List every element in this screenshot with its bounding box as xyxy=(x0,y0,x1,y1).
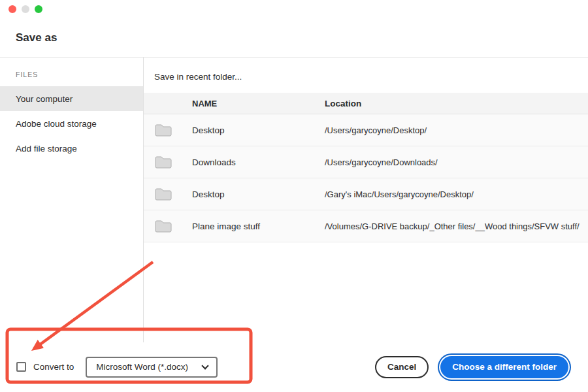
window-titlebar xyxy=(0,0,588,18)
table-row[interactable]: Desktop /Users/garycoyne/Desktop/ xyxy=(144,114,588,146)
folder-location: /Users/garycoyne/Downloads/ xyxy=(325,157,588,167)
folder-name: Downloads xyxy=(192,157,325,167)
save-in-recent-folder-hint: Save in recent folder... xyxy=(154,71,588,82)
convert-format-dropdown[interactable]: Microsoft Word (*.docx) xyxy=(86,357,218,378)
convert-to-checkbox[interactable] xyxy=(16,362,26,372)
sidebar-item-adobe-cloud-storage[interactable]: Adobe cloud storage xyxy=(0,111,143,136)
convert-to-label: Convert to xyxy=(33,362,74,372)
close-window-button[interactable] xyxy=(8,5,16,13)
sidebar-item-your-computer[interactable]: Your computer xyxy=(0,86,143,111)
dialog-footer: Convert to Microsoft Word (*.docx) Cance… xyxy=(0,342,588,391)
recent-folders-panel: Save in recent folder... NAME Location D… xyxy=(144,57,588,342)
table-row[interactable]: Desktop /Gary's iMac/Users/garycoyne/Des… xyxy=(144,178,588,210)
column-header-location: Location xyxy=(325,99,588,108)
folder-icon xyxy=(154,123,192,137)
folder-location: /Users/garycoyne/Desktop/ xyxy=(325,125,588,135)
dialog-body: FILES Your computer Adobe cloud storage … xyxy=(0,57,588,342)
cancel-button[interactable]: Cancel xyxy=(375,356,429,378)
chevron-down-icon xyxy=(201,362,208,369)
column-header-name: NAME xyxy=(192,99,325,108)
page-title: Save as xyxy=(16,31,57,44)
choose-different-folder-button[interactable]: Choose a different folder xyxy=(440,356,568,378)
folder-location: /Volumes/G-DRIVE backup/_Other files/__W… xyxy=(325,221,588,231)
folder-name: Desktop xyxy=(192,125,325,135)
folder-name: Desktop xyxy=(192,189,325,199)
sidebar-item-label: Your computer xyxy=(16,94,73,104)
sidebar-item-label: Adobe cloud storage xyxy=(16,119,97,129)
dialog-header: Save as xyxy=(0,18,588,57)
folder-icon xyxy=(154,155,192,169)
footer-actions: Cancel Choose a different folder xyxy=(375,356,571,378)
convert-to-group: Convert to Microsoft Word (*.docx) xyxy=(16,357,218,378)
folder-icon xyxy=(154,219,192,233)
folder-icon xyxy=(154,187,192,201)
sidebar: FILES Your computer Adobe cloud storage … xyxy=(0,57,144,342)
folder-name: Plane image stuff xyxy=(192,221,325,231)
minimize-window-button[interactable] xyxy=(22,5,29,13)
sidebar-item-label: Add file storage xyxy=(16,144,77,154)
table-row[interactable]: Plane image stuff /Volumes/G-DRIVE backu… xyxy=(144,210,588,242)
table-header-row: NAME Location xyxy=(144,93,588,114)
folder-location: /Gary's iMac/Users/garycoyne/Desktop/ xyxy=(325,189,588,199)
sidebar-item-add-file-storage[interactable]: Add file storage xyxy=(0,136,143,161)
zoom-window-button[interactable] xyxy=(35,5,42,13)
sidebar-section-label: FILES xyxy=(16,71,143,78)
table-row[interactable]: Downloads /Users/garycoyne/Downloads/ xyxy=(144,146,588,178)
convert-format-value: Microsoft Word (*.docx) xyxy=(96,362,188,372)
